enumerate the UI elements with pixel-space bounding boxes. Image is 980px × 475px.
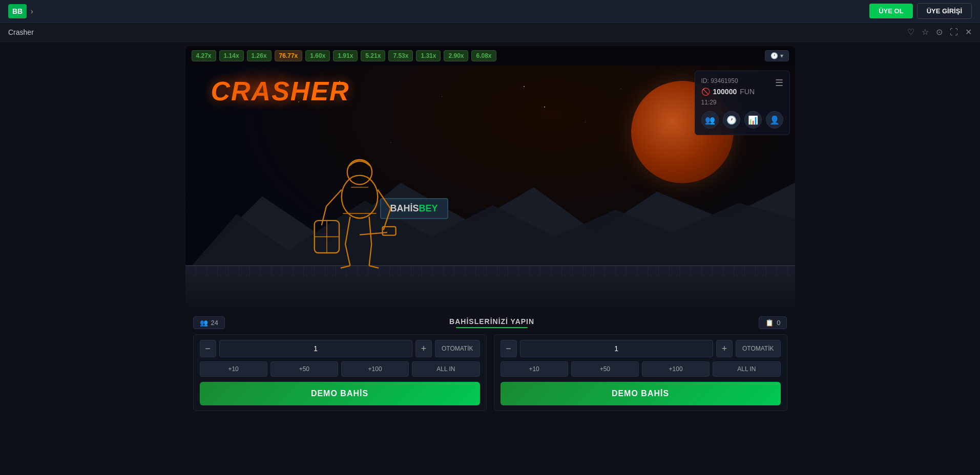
bottom-panel: 👥 24 BAHİSLERİNİZİ YAPIN 📋 0 − (185, 311, 795, 418)
character (308, 140, 411, 273)
no-symbol-icon: 🚫 (701, 88, 710, 96)
game-container: 4.27x 1.14x 1.26x 76.77x 1.60x 1.91x 5.2… (185, 46, 795, 418)
copy-badge: 📋 0 (759, 316, 787, 329)
mult-badge-2[interactable]: 1.14x (219, 50, 244, 61)
clock-icon: 🕐 (770, 52, 778, 59)
svg-point-3 (347, 160, 371, 184)
ground (185, 265, 795, 311)
increase-amount-2[interactable]: + (716, 340, 733, 357)
auto-button-2[interactable]: OTOMATİK (736, 340, 781, 357)
bet-title-underline (456, 327, 528, 328)
mult-badge-4[interactable]: 76.77x (275, 50, 303, 61)
mult-badge-6[interactable]: 1.91x (333, 50, 358, 61)
title-bar-icons: ♡ ☆ ⊙ ⛶ ✕ (907, 27, 972, 37)
decrease-amount-2[interactable]: − (501, 340, 517, 357)
title-bar-left: Crasher (8, 28, 34, 36)
title-bar: Crasher ♡ ☆ ⊙ ⛶ ✕ (0, 23, 980, 42)
bet-panel-1: − + OTOMATİK +10 +50 +100 ALL IN DEMO BA… (193, 334, 487, 411)
quick-100-1[interactable]: +100 (341, 361, 409, 377)
game-canvas: CRASHER BAHİSBEY (185, 66, 795, 311)
quick-100-2[interactable]: +100 (642, 361, 710, 377)
panel-menu-button[interactable]: ☰ (775, 77, 783, 89)
mult-badge-8[interactable]: 7.53x (388, 50, 413, 61)
auto-button-1[interactable]: OTOMATİK (435, 340, 480, 357)
bet-header: 👥 24 BAHİSLERİNİZİ YAPIN 📋 0 (193, 316, 787, 329)
history-icon-button[interactable]: 🕐 (723, 111, 740, 128)
quick-allin-1[interactable]: ALL IN (412, 361, 479, 377)
crasher-title-text: CRASHER (211, 76, 314, 106)
signup-button[interactable]: ÜYE OL (869, 4, 912, 18)
demo-bet-button-1[interactable]: DEMO BAHİS (200, 382, 480, 405)
quick-allin-2[interactable]: ALL IN (713, 361, 780, 377)
amount-row-1: − + OTOMATİK (200, 340, 480, 357)
amount-input-1[interactable] (219, 340, 412, 357)
quick-50-2[interactable]: +50 (571, 361, 639, 377)
amount-row-2: − + OTOMATİK (501, 340, 781, 357)
chevron-down-icon: ▾ (780, 52, 783, 59)
bet-panel-2: − + OTOMATİK +10 +50 +100 ALL IN DEMO BA… (494, 334, 787, 411)
game-time: 11:29 (701, 99, 783, 106)
mult-badge-10[interactable]: 2.90x (444, 50, 468, 61)
bahisbey-part2: BEY (419, 203, 438, 213)
heart-icon[interactable]: ♡ (907, 27, 914, 37)
player-count-value: 24 (211, 319, 218, 327)
mult-badge-5[interactable]: 1.60x (305, 50, 330, 61)
increase-amount-1[interactable]: + (415, 340, 432, 357)
quick-row-2: +10 +50 +100 ALL IN (501, 361, 781, 377)
top-bar-right: ÜYE OL ÜYE GİRİŞİ (869, 3, 972, 19)
balance-display: 🚫 100000 FUN (701, 88, 783, 96)
multiplier-bar: 4.27x 1.14x 1.26x 76.77x 1.60x 1.91x 5.2… (185, 46, 795, 66)
mountains (185, 160, 795, 273)
game-id: ID: 93461950 (701, 77, 783, 84)
bet-panels: − + OTOMATİK +10 +50 +100 ALL IN DEMO BA… (193, 334, 787, 411)
mult-badge-1[interactable]: 4.27x (192, 50, 216, 61)
history-button[interactable]: 🕐 ▾ (765, 50, 789, 61)
players-icon-button[interactable]: 👥 (701, 111, 719, 128)
mult-badge-7[interactable]: 5.21x (361, 50, 385, 61)
players-count-icon: 👥 (200, 319, 208, 327)
close-icon[interactable]: ✕ (965, 27, 972, 37)
player-count-badge: 👥 24 (193, 316, 225, 329)
fullscreen-icon[interactable]: ⛶ (950, 28, 958, 37)
demo-bet-button-2[interactable]: DEMO BAHİS (501, 382, 781, 405)
mult-badge-11[interactable]: 6.08x (471, 50, 496, 61)
bb-logo[interactable]: BB (8, 4, 27, 18)
chevron-right-icon: › (31, 7, 33, 15)
copy-icon: 📋 (765, 319, 774, 327)
side-panel: ☰ ID: 93461950 🚫 100000 FUN 11:29 👥 🕐 📊 … (695, 71, 790, 135)
bet-section-title: BAHİSLERİNİZİ YAPIN (449, 317, 534, 326)
balance-currency: FUN (740, 88, 755, 96)
star-icon[interactable]: ☆ (922, 27, 929, 37)
stats-icon-button[interactable]: 📊 (744, 111, 762, 128)
login-button[interactable]: ÜYE GİRİŞİ (917, 3, 972, 19)
amount-input-2[interactable] (520, 340, 713, 357)
mult-badge-3[interactable]: 1.26x (247, 50, 272, 61)
profile-icon-button[interactable]: 👤 (766, 111, 783, 128)
crasher-logo: CRASHER (211, 76, 314, 127)
circle-icon[interactable]: ⊙ (936, 27, 943, 37)
game-wrapper: 4.27x 1.14x 1.26x 76.77x 1.60x 1.91x 5.2… (0, 42, 980, 422)
copy-count: 0 (777, 319, 780, 327)
quick-10-2[interactable]: +10 (501, 361, 568, 377)
side-panel-icons: 👥 🕐 📊 👤 (701, 111, 783, 128)
top-bar: BB › ÜYE OL ÜYE GİRİŞİ (0, 0, 980, 23)
balance-amount: 100000 (713, 88, 737, 96)
mult-badge-9[interactable]: 1.31x (416, 50, 441, 61)
quick-row-1: +10 +50 +100 ALL IN (200, 361, 480, 377)
game-title: Crasher (8, 28, 34, 36)
decrease-amount-1[interactable]: − (200, 340, 216, 357)
svg-point-2 (341, 176, 378, 219)
quick-10-1[interactable]: +10 (200, 361, 267, 377)
quick-50-1[interactable]: +50 (270, 361, 338, 377)
top-bar-left: BB › (8, 4, 33, 18)
